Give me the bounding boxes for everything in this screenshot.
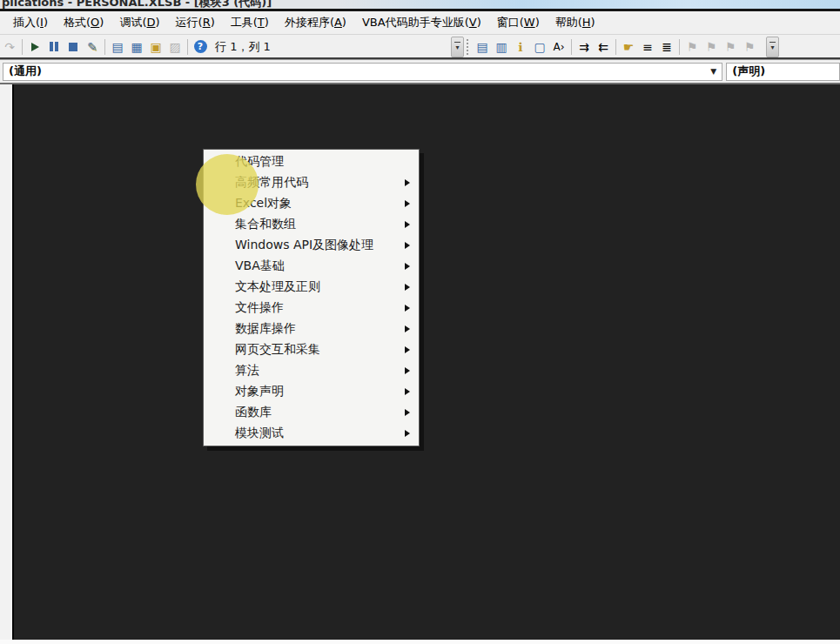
context-menu-item-label: VBA基础 (235, 258, 285, 274)
submenu-arrow-icon (405, 325, 410, 332)
submenu-arrow-icon (405, 388, 410, 395)
context-menu: 代码管理 高频常用代码 Excel对象 集合和数组 Windows API及图像… (203, 149, 420, 446)
context-menu-item-label: 文件操作 (235, 300, 284, 316)
context-menu-item-label: 数据库操作 (235, 321, 296, 337)
submenu-arrow-icon (405, 346, 410, 353)
window-title: plications - PERSONAL.XLSB - [模块3 (代码)] (2, 0, 272, 9)
context-menu-item[interactable]: 文件操作 (204, 298, 419, 319)
edit-toolbar: ▤ ▥ ℹ ▢ A› ⇉ ⇇ ☛ ≡ ≣ ⚑ ⚑ ⚑ ⚑ ▾ (466, 36, 779, 57)
submenu-arrow-icon (405, 200, 410, 207)
toolbar-separator (187, 39, 188, 55)
project-explorer-icon[interactable]: ▤ (108, 38, 127, 56)
context-menu-item[interactable]: 对象声明 (204, 381, 419, 402)
menu-bar: 插入(I)格式(O)调试(D)运行(R)工具(T)外接程序(A)VBA代码助手专… (0, 11, 840, 35)
context-menu-item[interactable]: 文本处理及正则 (204, 277, 419, 298)
context-menu-item[interactable]: 代码管理 (204, 151, 419, 172)
toolbar-separator (571, 39, 572, 55)
chevron-down-icon: ▼ (710, 67, 716, 76)
submenu-arrow-icon (405, 409, 410, 416)
margin-indicator-bar (0, 84, 12, 641)
menubar-item[interactable]: 帮助(H) (548, 11, 603, 34)
menubar-item[interactable]: 插入(I) (5, 11, 56, 34)
list-properties-icon[interactable]: ▤ (473, 38, 492, 56)
menubar-item[interactable]: 运行(R) (168, 11, 223, 34)
context-menu-item[interactable]: Excel对象 (204, 193, 419, 214)
context-menu-item[interactable]: 函数库 (204, 402, 419, 423)
menubar-item[interactable]: 调试(D) (111, 11, 167, 34)
context-menu-item[interactable]: 网页交互和采集 (204, 339, 419, 360)
list-constants-icon[interactable]: ▥ (492, 38, 511, 56)
context-menu-item[interactable]: 高频常用代码 (204, 172, 419, 193)
vba-editor-window: plications - PERSONAL.XLSB - [模块3 (代码)] … (0, 0, 840, 644)
submenu-arrow-icon (405, 284, 410, 291)
bookmark-next-icon[interactable]: ⚑ (702, 38, 721, 56)
submenu-arrow-icon (405, 367, 410, 374)
context-menu-item-label: Excel对象 (235, 196, 292, 211)
quick-info-icon[interactable]: ℹ (511, 38, 530, 56)
context-menu-item[interactable]: Windows API及图像处理 (204, 235, 419, 256)
submenu-arrow-icon (405, 179, 410, 186)
context-menu-item-label: 对象声明 (235, 384, 284, 399)
toolbar-separator (615, 39, 616, 55)
toolbar-overflow-button[interactable]: ▾ (766, 37, 779, 57)
menubar-item[interactable]: 格式(O) (56, 11, 111, 34)
bookmark-toggle-icon[interactable]: ⚑ (682, 38, 702, 56)
pause-shape (50, 42, 58, 51)
indent-icon[interactable]: ⇉ (575, 38, 594, 56)
bookmark-clear-icon[interactable]: ⚑ (740, 38, 759, 56)
toolbar-grip[interactable] (467, 39, 469, 55)
uncomment-block-icon[interactable]: ≣ (657, 38, 676, 56)
context-menu-item-label: 代码管理 (235, 154, 284, 170)
submenu-arrow-icon (405, 305, 410, 312)
menubar-item[interactable]: 窗口(W) (489, 11, 548, 34)
context-menu-item[interactable]: 算法 (204, 360, 419, 381)
properties-window-icon[interactable]: ▦ (127, 38, 146, 56)
comment-block-icon[interactable]: ≡ (638, 38, 657, 56)
menubar-item[interactable]: 外接程序(A) (277, 11, 354, 34)
run-icon[interactable] (25, 38, 44, 56)
procedure-dropdown[interactable]: (声明) (726, 63, 840, 81)
parameter-info-icon[interactable]: ▢ (530, 38, 549, 56)
code-editor-area[interactable] (0, 83, 840, 640)
context-menu-item-label: Windows API及图像处理 (235, 238, 373, 253)
object-dropdown-value: (通用) (9, 64, 42, 79)
context-menu-item-label: 文本处理及正则 (235, 279, 320, 295)
margin-divider (12, 84, 14, 641)
outdent-icon[interactable]: ⇇ (594, 38, 613, 56)
context-menu-item[interactable]: 数据库操作 (204, 319, 419, 339)
object-browser-icon[interactable]: ▣ (146, 38, 165, 56)
procedure-dropdown-value: (声明) (732, 64, 765, 79)
toolbar-separator (679, 39, 680, 55)
context-menu-item[interactable]: VBA基础 (204, 256, 419, 277)
cursor-position-label: 行 1，列 1 (215, 39, 271, 55)
menubar-item[interactable]: VBA代码助手专业版(V) (354, 11, 489, 34)
help-glyph: ? (194, 40, 207, 53)
submenu-arrow-icon (405, 430, 410, 437)
toolbar-separator (104, 39, 105, 55)
bookmark-previous-icon[interactable]: ⚑ (721, 38, 740, 56)
complete-word-icon[interactable]: A› (549, 38, 568, 56)
toggle-breakpoint-icon[interactable]: ☛ (619, 38, 638, 56)
submenu-arrow-icon (405, 242, 410, 249)
menubar-item[interactable]: 工具(T) (223, 11, 277, 34)
context-menu-item-label: 算法 (235, 363, 259, 379)
context-menu-item-label: 集合和数组 (235, 217, 296, 232)
title-bar: plications - PERSONAL.XLSB - [模块3 (代码)] (0, 0, 840, 9)
context-menu-item-label: 高频常用代码 (235, 175, 308, 191)
context-menu-item[interactable]: 模块测试 (204, 423, 419, 444)
toolbox-icon[interactable]: ▨ (165, 38, 185, 56)
stop-shape (69, 43, 77, 51)
redo-icon[interactable]: ↷ (0, 38, 19, 56)
stop-icon[interactable] (64, 38, 83, 56)
pause-icon[interactable] (44, 38, 64, 56)
context-menu-item-label: 函数库 (235, 405, 272, 420)
toolbar-separator (22, 39, 23, 55)
design-mode-icon[interactable]: ✎ (83, 38, 102, 56)
help-icon[interactable]: ? (191, 38, 210, 56)
context-menu-item[interactable]: 集合和数组 (204, 214, 419, 235)
object-dropdown[interactable]: (通用) ▼ (3, 63, 722, 81)
toolbar-overflow-button[interactable]: ▾ (451, 37, 464, 57)
code-header-row: (通用) ▼ (声明) (0, 59, 840, 83)
standard-toolbar: ↷ ✎ ▤ ▦ ▣ ▨ ? 行 1，列 1 ▾ (0, 36, 464, 57)
toolbar-row: ↷ ✎ ▤ ▦ ▣ ▨ ? 行 1，列 1 ▾ ▤ ▥ ℹ ▢ A› ⇉ ⇇ (0, 36, 840, 59)
